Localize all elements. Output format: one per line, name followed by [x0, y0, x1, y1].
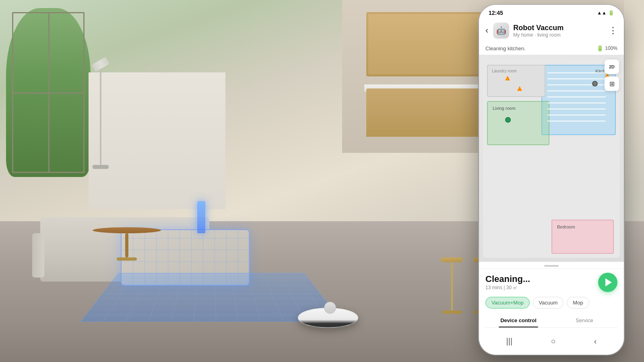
- phone-ui: 12:45 ▲▲ 🔋 ‹ 🤖 Robot Vaccum My home · li…: [479, 5, 624, 355]
- cleaning-title: Cleaning...: [485, 274, 530, 284]
- stool-seat: [441, 257, 463, 262]
- lamp-base: [93, 165, 109, 169]
- stool-leg: [451, 262, 453, 311]
- vacuum-mop-button[interactable]: Vacuum+Mop: [485, 297, 530, 309]
- expand-icon: ⊞: [609, 80, 615, 88]
- floor-lamp: [93, 60, 109, 173]
- bottom-sheet: Cleaning... 13 mins | 30 ㎡ Vacuum+Mop Va…: [479, 268, 624, 331]
- lamp-pole: [100, 68, 101, 165]
- bedroom: Bedroom: [551, 220, 614, 254]
- tab-device-control[interactable]: Device control: [485, 314, 551, 327]
- play-button[interactable]: [598, 273, 617, 292]
- bar-stool-1: [441, 257, 463, 314]
- map-area: Kitchen Laundry room Living room Bedroom: [479, 55, 624, 262]
- expand-map-button[interactable]: ⊞: [605, 76, 619, 91]
- home-nav-icon[interactable]: ○: [544, 335, 562, 348]
- back-wall: [89, 72, 225, 209]
- cleaning-meta: 13 mins | 30 ㎡: [485, 284, 530, 291]
- view-2d-button[interactable]: 2D: [605, 60, 619, 74]
- cleaning-status-text: Cleaning kitchen.: [485, 45, 526, 51]
- robot-position-dot: [592, 81, 598, 86]
- coffee-table-top: [93, 227, 161, 233]
- bedroom-label: Bedroom: [557, 224, 575, 229]
- mode-buttons: Vacuum+Mop Vacuum Mop: [485, 294, 617, 313]
- back-button[interactable]: ‹: [485, 25, 488, 36]
- device-location: My home · living room: [513, 32, 609, 38]
- more-button[interactable]: ⋮: [609, 25, 617, 36]
- laundry-room: Laundry room: [487, 65, 545, 97]
- coffee-table-base: [117, 257, 137, 261]
- status-time: 12:45: [489, 10, 503, 16]
- living-room-label: Living room: [493, 106, 516, 111]
- device-info: Robot Vaccum My home · living room: [513, 24, 609, 38]
- mop-button[interactable]: Mop: [567, 297, 589, 309]
- tab-bar: Device control Service: [485, 313, 617, 328]
- cleaning-info-row: Cleaning... 13 mins | 30 ㎡: [485, 269, 617, 294]
- battery-icon: 🔋: [597, 45, 603, 51]
- signal-icon: ▲▲: [597, 10, 607, 16]
- status-icons: ▲▲ 🔋: [597, 10, 614, 16]
- window: [12, 12, 85, 173]
- tab-service[interactable]: Service: [551, 314, 617, 327]
- menu-nav-icon[interactable]: |||: [500, 335, 519, 348]
- laundry-room-label: Laundry room: [492, 69, 517, 73]
- stool-base: [442, 311, 462, 314]
- battery-status-icon: 🔋: [608, 10, 614, 16]
- battery-percentage: 100%: [605, 45, 617, 51]
- back-nav-icon[interactable]: ‹: [588, 335, 603, 348]
- device-avatar: 🤖: [493, 23, 509, 39]
- sheet-handle: [544, 265, 559, 267]
- phone-status-bar: 12:45 ▲▲ 🔋: [479, 5, 624, 19]
- sofa-arm-left: [32, 233, 44, 278]
- robot-sensor: [324, 302, 336, 314]
- cleaning-info: Cleaning... 13 mins | 30 ㎡: [485, 274, 530, 291]
- play-icon: [605, 278, 612, 286]
- battery-info: 🔋 100%: [597, 45, 617, 51]
- device-name: Robot Vaccum: [513, 24, 609, 32]
- floor-plan: Kitchen Laundry room Living room Bedroom: [479, 55, 624, 262]
- coffee-table-leg: [125, 233, 128, 257]
- base-station-dot: [505, 117, 511, 123]
- lidar-beacon: [197, 201, 205, 233]
- vacuum-button[interactable]: Vacuum: [533, 297, 564, 309]
- device-status-bar: Cleaning kitchen. 🔋 100%: [479, 43, 624, 55]
- coffee-table: [93, 227, 161, 263]
- cleaning-path-svg: [539, 65, 614, 133]
- robot-vacuum: [298, 308, 362, 340]
- robot-icon: 🤖: [496, 26, 506, 35]
- phone-nav-bar: ||| ○ ‹: [479, 331, 624, 355]
- app-header: ‹ 🤖 Robot Vaccum My home · living room ⋮: [479, 19, 624, 43]
